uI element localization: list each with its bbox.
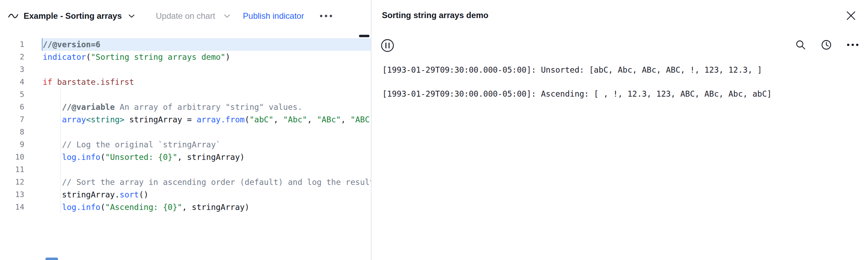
more-icon[interactable] [846,43,859,47]
code-token-pl: () [139,190,149,199]
log-line: [1993-01-29T09:30:00.000-05:00]: Ascendi… [382,89,858,99]
code-line[interactable] [42,163,371,176]
line-number: 13 [0,188,24,201]
code-editor[interactable]: 1234567891011121314 //@version=6indicato… [0,32,371,213]
code-line[interactable]: stringArray.sort() [42,188,371,201]
code-token-fn: log.info [62,153,100,162]
chevron-down-icon [224,14,231,18]
code-token-str: "ABc" [317,115,341,124]
line-number-gutter: 1234567891011121314 [0,32,42,213]
code-token-com: An array of arbitrary "string" values. [115,103,302,112]
scrollbar-cursor-marker[interactable] [359,35,369,37]
code-token-pl [52,78,57,87]
code-token-pl [43,203,62,212]
line-number: 4 [0,76,24,88]
line-number: 1 [0,38,24,51]
line-number: 8 [0,126,24,138]
line-number: 12 [0,176,24,188]
code-token-fn: array.from [197,115,244,124]
code-token-ann: //@variable [62,103,115,112]
line-number: 11 [0,163,24,176]
code-line[interactable]: log.info("Unsorted: {0}", stringArray) [42,151,371,163]
code-token-pl [43,103,62,112]
line-number: 9 [0,138,24,151]
code-token-com: // Log the original `stringArray` [62,140,220,149]
line-number: 10 [0,151,24,163]
close-icon[interactable] [845,10,857,22]
code-line[interactable]: indicator("Sorting string arrays demo") [42,51,371,63]
code-token-pl [43,153,62,162]
code-line[interactable]: //@variable An array of arbitrary "strin… [42,101,371,113]
code-token-pl: ) [225,52,230,62]
pine-logs-panel: Sorting string arrays demo [372,0,868,260]
script-title-menu[interactable]: Example - Sorting arrays [19,11,135,21]
line-number: 14 [0,201,24,213]
code-token-pl: stringArray. [43,190,120,199]
line-number: 2 [0,51,24,63]
code-token-pl: , stringArray) [177,153,245,162]
update-on-chart-label: Update on chart [156,11,215,21]
code-token-str: "Sorting string arrays demo" [91,52,225,62]
code-token-str: "ABC" [350,115,371,124]
pine-editor-pane: Example - Sorting arrays Update on chart… [0,0,371,260]
code-line[interactable] [42,88,371,101]
code-token-pl: ( [100,153,105,162]
code-token-pl: , [307,115,317,124]
code-line[interactable]: // Log the original `stringArray` [42,138,371,151]
code-token-fn: array [62,115,86,124]
code-token-fn: indicator [43,52,86,62]
code-token-fn: log.info [62,203,100,212]
console-toolbar [795,39,859,50]
pause-icon[interactable] [380,38,395,53]
code-token-kw: if [43,78,52,87]
code-token-str: "Unsorted: {0}" [105,153,177,162]
line-number: 7 [0,113,24,126]
code-token-pl: ( [86,52,91,62]
code-token-pl: , [274,115,283,124]
line-number: 5 [0,88,24,101]
code-token-pl: ( [100,203,105,212]
code-token-pl: , stringArray) [182,203,250,212]
code-token-str: "Abc" [283,115,307,124]
chevron-down-icon [128,14,135,18]
console-panel-title: Sorting string arrays demo [382,10,489,20]
code-token-str: "abC" [249,115,273,124]
editor-header: Example - Sorting arrays Update on chart… [0,0,371,32]
search-icon[interactable] [795,39,806,50]
code-token-pl: ( [245,115,250,124]
code-token-pl: stringArray = [124,115,197,124]
code-line[interactable]: //@version=6 [42,38,371,51]
history-icon[interactable] [821,39,832,50]
code-line[interactable]: array<string> stringArray = array.from("… [42,113,371,126]
hscrollbar-thumb[interactable] [45,258,58,260]
pine-script-icon [8,12,19,20]
update-on-chart-button[interactable]: Update on chart [156,11,231,21]
indent-guide [60,88,61,213]
code-token-typ: <string> [86,115,125,124]
code-area[interactable]: //@version=6indicator("Sorting string ar… [42,38,371,213]
code-column[interactable]: //@version=6indicator("Sorting string ar… [42,32,371,213]
code-token-pl [43,140,62,149]
log-line: [1993-01-29T09:30:00.000-05:00]: Unsorte… [382,65,858,75]
code-line[interactable] [42,126,371,138]
publish-indicator-button[interactable]: Publish indicator [243,11,304,21]
script-title: Example - Sorting arrays [24,11,122,21]
code-line[interactable]: if barstate.isfirst [42,76,371,88]
code-token-com: // Sort the array in ascending order (de… [62,178,371,187]
code-line[interactable]: log.info("Ascending: {0}", stringArray) [42,201,371,213]
code-line[interactable]: // Sort the array in ascending order (de… [42,176,371,188]
more-icon[interactable] [319,14,333,18]
code-token-pl [43,178,62,187]
code-line[interactable] [42,63,371,76]
code-token-ann: //@version=6 [43,40,100,49]
console-log-list: [1993-01-29T09:30:00.000-05:00]: Unsorte… [382,65,858,113]
code-token-str: "Ascending: {0}" [105,203,182,212]
code-token-pl [43,115,62,124]
code-token-pl: , [341,115,351,124]
code-token-fn: sort [120,190,139,199]
line-number: 3 [0,63,24,76]
code-token-var: barstate.isfirst [57,78,134,87]
line-number: 6 [0,101,24,113]
